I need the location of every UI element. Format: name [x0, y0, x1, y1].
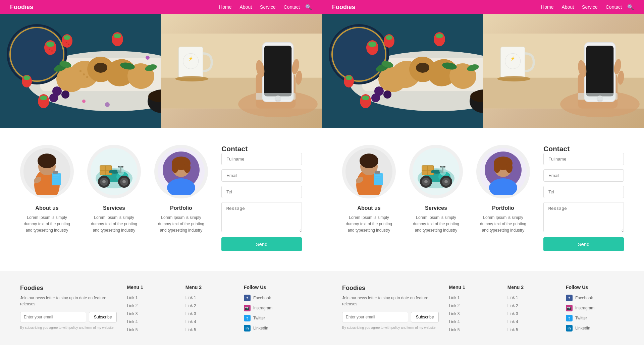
- email-input[interactable]: [221, 169, 302, 182]
- message-input[interactable]: [221, 202, 302, 232]
- footer-email-right[interactable]: [342, 312, 408, 322]
- facebook-label-left[interactable]: Facebook: [253, 296, 271, 300]
- menu2-link5-left[interactable]: Link 5: [185, 327, 196, 332]
- search-icon-right[interactable]: 🔍: [627, 4, 634, 10]
- svg-point-49: [146, 56, 150, 60]
- portfolio-title-right: Portfolio: [476, 205, 530, 211]
- footer-brand-right: Foodies Join our news letter to stay up …: [342, 285, 439, 335]
- twitter-icon-right: t: [566, 315, 573, 321]
- hero-food-panel-right: [322, 14, 483, 128]
- brand-right[interactable]: Foodies: [332, 4, 355, 11]
- svg-point-104: [184, 162, 191, 173]
- svg-point-30: [40, 96, 47, 100]
- email-input-right[interactable]: [543, 169, 624, 182]
- r-menu2-link5[interactable]: Link 5: [507, 327, 518, 332]
- hero-left: ⚡: [0, 14, 322, 128]
- svg-point-212: [444, 180, 448, 183]
- nav-about-right[interactable]: About: [561, 4, 574, 10]
- svg-rect-75: [53, 171, 58, 174]
- svg-point-34: [23, 75, 30, 80]
- footer-follow-right: Follow Us f Facebook 📷 Instragram t Twit…: [566, 285, 624, 335]
- navbar-left: Foodies Home About Service Contact 🔍: [0, 0, 322, 14]
- svg-point-179: [497, 76, 531, 81]
- nav-service-left[interactable]: Service: [260, 4, 276, 10]
- footer-menu2-links-right: Link 1 Link 2 Link 3 Link 4 Link 5: [507, 295, 556, 332]
- svg-point-225: [506, 162, 513, 173]
- social-instagram-left: 📷 Instragram: [244, 305, 302, 311]
- r-menu2-link2[interactable]: Link 2: [507, 303, 518, 308]
- footer-menu2-heading-left: Menu 2: [185, 285, 234, 290]
- features-section-right: About us Lorem Ipsum is simply dummy tex…: [342, 145, 530, 251]
- brand-left[interactable]: Foodies: [10, 4, 33, 11]
- facebook-label-right[interactable]: Facebook: [575, 296, 593, 300]
- contact-heading-right: Contact: [543, 145, 624, 153]
- nav-home-left[interactable]: Home: [219, 4, 231, 10]
- svg-rect-76: [53, 176, 59, 176]
- menu1-link4-left[interactable]: Link 4: [127, 319, 138, 324]
- r-menu1-link3[interactable]: Link 3: [449, 311, 460, 316]
- footer-menu2-heading-right: Menu 2: [507, 285, 556, 290]
- linkedin-label-left[interactable]: Linkedin: [253, 326, 268, 330]
- menu1-link2-left[interactable]: Link 2: [127, 303, 138, 308]
- nav-about-left[interactable]: About: [239, 4, 252, 10]
- svg-rect-63: [264, 46, 292, 96]
- footer-policy-left: By subscribing you agree to with policy …: [20, 326, 117, 329]
- twitter-label-right[interactable]: Twitter: [575, 316, 587, 320]
- footer-left: Foodies Join our news letter to stay up …: [0, 271, 322, 345]
- svg-point-91: [122, 180, 126, 183]
- r-menu2-link1[interactable]: Link 1: [507, 295, 518, 300]
- nav-contact-left[interactable]: Contact: [284, 4, 300, 10]
- phone-illustration: ⚡: [161, 14, 322, 128]
- instagram-label-right[interactable]: Instragram: [575, 306, 594, 310]
- footer-email-left[interactable]: [20, 312, 86, 322]
- send-button[interactable]: Send: [221, 237, 302, 251]
- menu2-link2-left[interactable]: Link 2: [185, 303, 196, 308]
- footer-subscribe-right[interactable]: Subscribe: [411, 312, 439, 322]
- svg-point-73: [38, 154, 56, 168]
- r-menu2-link3[interactable]: Link 3: [507, 311, 518, 316]
- nav-home-right[interactable]: Home: [541, 4, 553, 10]
- svg-point-136: [332, 27, 386, 81]
- services-title: Services: [87, 205, 141, 211]
- tel-input[interactable]: [221, 186, 302, 198]
- contact-section-right: Contact Send: [543, 145, 624, 251]
- menu1-link3-left[interactable]: Link 3: [127, 311, 138, 316]
- nav-service-right[interactable]: Service: [582, 4, 598, 10]
- svg-point-20: [46, 42, 54, 47]
- r-menu1-link5[interactable]: Link 5: [449, 327, 460, 332]
- linkedin-label-right[interactable]: Linkedin: [575, 326, 590, 330]
- footer-menu1-heading-left: Menu 1: [127, 285, 175, 290]
- contact-form-right: Send: [543, 153, 624, 251]
- tel-input-right[interactable]: [543, 186, 624, 198]
- menu2-link1-left[interactable]: Link 1: [185, 295, 196, 300]
- menu2-link4-left[interactable]: Link 4: [185, 319, 196, 324]
- send-button-right[interactable]: Send: [543, 237, 624, 251]
- nav-contact-right[interactable]: Contact: [606, 4, 622, 10]
- menu1-link5-left[interactable]: Link 5: [127, 327, 138, 332]
- r-menu1-link2[interactable]: Link 2: [449, 303, 460, 308]
- r-menu1-link4[interactable]: Link 4: [449, 319, 460, 324]
- footer-subscribe-left[interactable]: Subscribe: [89, 312, 117, 322]
- svg-point-51: [105, 102, 110, 107]
- services-title-right: Services: [409, 205, 463, 211]
- svg-point-224: [494, 162, 500, 173]
- svg-point-37: [66, 42, 67, 43]
- about-us-desc-right: Lorem Ipsum is simply dummy text of the …: [342, 215, 396, 234]
- svg-rect-66: [256, 93, 296, 100]
- svg-point-162: [345, 75, 352, 80]
- fullname-input-right[interactable]: [543, 153, 624, 165]
- menu2-link3-left[interactable]: Link 3: [185, 311, 196, 316]
- phone-illustration-right: ⚡: [483, 14, 644, 128]
- search-icon-left[interactable]: 🔍: [305, 4, 312, 10]
- features-section: About us Lorem Ipsum is simply dummy tex…: [20, 145, 208, 251]
- twitter-label-left[interactable]: Twitter: [253, 316, 265, 320]
- fullname-input[interactable]: [221, 153, 302, 165]
- instagram-label-left[interactable]: Instragram: [253, 306, 272, 310]
- portfolio-title: Portfolio: [154, 205, 208, 211]
- r-menu2-link4[interactable]: Link 4: [507, 319, 518, 324]
- r-menu1-link1[interactable]: Link 1: [449, 295, 460, 300]
- message-input-right[interactable]: [543, 202, 624, 232]
- instagram-icon-right: 📷: [566, 305, 573, 311]
- svg-point-22: [64, 35, 70, 40]
- menu1-link1-left[interactable]: Link 1: [127, 295, 138, 300]
